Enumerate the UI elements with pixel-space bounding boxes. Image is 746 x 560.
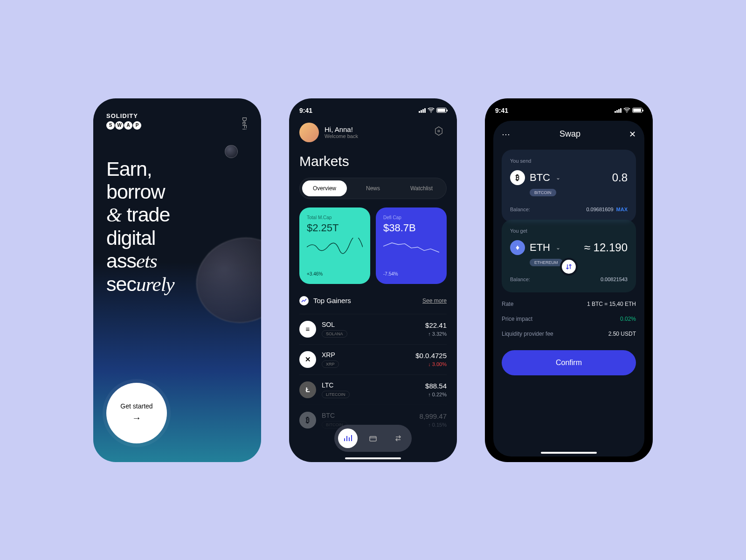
coin-price: $88.54 (425, 382, 447, 390)
brand-name: SOLIDITY (106, 112, 248, 119)
hero-amp: & (106, 204, 121, 226)
send-balance-row: Balance: 0.09681609MAX (510, 207, 628, 212)
rate-value: 1 BTC = 15,40 ETH (587, 301, 636, 307)
battery-icon (436, 108, 447, 113)
close-button[interactable]: ✕ (629, 129, 636, 139)
balance-label: Balance: (510, 277, 530, 282)
svg-point-0 (438, 130, 440, 132)
stat-card-defi-cap[interactable]: Defi Cap $38.7B -7.54% (376, 207, 447, 284)
status-time: 9:41 (299, 107, 312, 114)
get-balance: 0.00821543 (601, 277, 628, 282)
cta-label: Get started (120, 402, 152, 410)
coin-name: LITECOIN (322, 391, 350, 398)
markets-title: Markets (299, 153, 447, 169)
status-time: 9:41 (495, 107, 508, 114)
more-button[interactable]: ⋯ (502, 129, 511, 139)
confirm-button[interactable]: Confirm (502, 350, 636, 375)
coin-price: $22.41 (425, 321, 447, 329)
impact-row: Price impact0.02% (502, 316, 636, 322)
coin-symbol: LTC (322, 381, 350, 389)
solana-icon: ≡ (299, 321, 316, 338)
litecoin-icon: Ł (299, 381, 316, 398)
tab-overview[interactable]: Overview (302, 180, 347, 196)
coin-row-xrp[interactable]: ✕ XRPXRP $0.0.4725↓ 3.00% (299, 344, 447, 374)
see-more-link[interactable]: See more (422, 297, 447, 304)
swap-header: ⋯ Swap ✕ (502, 129, 636, 139)
rate-label: Rate (502, 301, 513, 307)
coin-price: 8,999.47 (420, 412, 447, 420)
coin-name: SOLANA (322, 330, 347, 338)
hero-line: & trade (106, 203, 248, 226)
stat-value: $38.7B (383, 222, 439, 234)
xrp-icon: ✕ (299, 351, 316, 368)
stat-label: Defi Cap (383, 215, 439, 220)
tab-news[interactable]: News (351, 180, 395, 196)
chart-icon (344, 434, 352, 442)
get-label: You get (510, 228, 628, 234)
wallet-icon (369, 434, 377, 442)
swap-direction-button[interactable] (560, 258, 578, 276)
brand-letter: A (124, 121, 132, 130)
defi-tag: DeFi (241, 117, 248, 130)
greeting-text: Hi, Anna! Welcome back (325, 125, 358, 139)
glass-bubble-small (225, 145, 238, 158)
fee-label: Liquidity provider fee (502, 331, 553, 337)
fee-value: 2.50 USDT (608, 331, 636, 337)
greeting-name: Hi, Anna! (325, 125, 358, 133)
balance-label: Balance: (510, 207, 530, 212)
coin-change: ↑ 0.22% (425, 392, 447, 397)
settings-button[interactable] (434, 126, 447, 139)
coin-row-ltc[interactable]: Ł LTCLITECOIN $88.54↑ 0.22% (299, 374, 447, 405)
send-symbol: BTC (530, 172, 550, 184)
status-bar: 9:41 (299, 107, 447, 114)
swap-area: You send ₿ BTC ⌄ 0.8 BITCOIN Balance: 0.… (502, 150, 636, 292)
status-icons (615, 108, 642, 113)
swap-icon (394, 434, 402, 442)
get-card: You get ♦ ETH ⌄ ≈ 12.190 ETHEREUM Balanc… (502, 220, 636, 292)
bitcoin-icon: ₿ (299, 412, 316, 429)
battery-icon (632, 108, 642, 113)
get-coin-selector[interactable]: ♦ ETH ⌄ ≈ 12.190 (510, 240, 628, 255)
home-indicator (345, 457, 401, 459)
brand-letter: W (115, 121, 124, 130)
send-label: You send (510, 158, 628, 164)
stat-value: $2.25T (307, 222, 363, 234)
wifi-icon (623, 108, 630, 113)
bottom-nav (334, 425, 412, 452)
send-amount[interactable]: 0.8 (612, 171, 628, 184)
status-bar: 9:41 (495, 107, 642, 114)
onboarding-screen: SOLIDITY S W A P DeFi Earn, borrow & tra… (93, 98, 261, 462)
get-started-button[interactable]: Get started → (106, 383, 167, 443)
get-balance-row: Balance: 0.00821543 (510, 277, 628, 282)
send-coin-selector[interactable]: ₿ BTC ⌄ 0.8 (510, 170, 628, 185)
chevron-down-icon: ⌄ (556, 244, 560, 251)
coin-name: XRP (322, 360, 339, 368)
brand-letter: P (133, 121, 141, 130)
avatar[interactable] (299, 123, 319, 142)
impact-value: 0.02% (620, 316, 636, 322)
coin-symbol: SOL (322, 321, 347, 328)
svg-rect-1 (370, 436, 376, 441)
max-button[interactable]: MAX (616, 207, 628, 212)
nav-markets-button[interactable] (338, 429, 358, 448)
get-coin-name: ETHEREUM (530, 259, 563, 266)
sparkline-icon (383, 238, 439, 256)
coin-symbol: XRP (322, 351, 339, 359)
gear-icon (434, 126, 444, 136)
wifi-icon (428, 108, 435, 113)
hero-line: Earn, (106, 158, 248, 180)
rate-row: Rate1 BTC = 15,40 ETH (502, 301, 636, 307)
tab-watchlist[interactable]: Watchlist (399, 180, 444, 196)
stat-change: -7.54% (383, 271, 439, 277)
coin-row-sol[interactable]: ≡ SOLSOLANA $22.41↑ 3.32% (299, 314, 447, 344)
stat-card-total-mcap[interactable]: Total M.Cap $2.25T +3.46% (299, 207, 370, 284)
status-icons (419, 108, 447, 113)
brand-block: SOLIDITY S W A P (106, 112, 248, 130)
signal-icon (419, 108, 426, 113)
trending-icon (299, 296, 309, 305)
nav-wallet-button[interactable] (363, 429, 383, 448)
greeting-row: Hi, Anna! Welcome back (299, 123, 447, 142)
coin-change: ↑ 0.15% (420, 422, 447, 428)
signal-icon (615, 108, 622, 113)
nav-swap-button[interactable] (388, 429, 408, 448)
